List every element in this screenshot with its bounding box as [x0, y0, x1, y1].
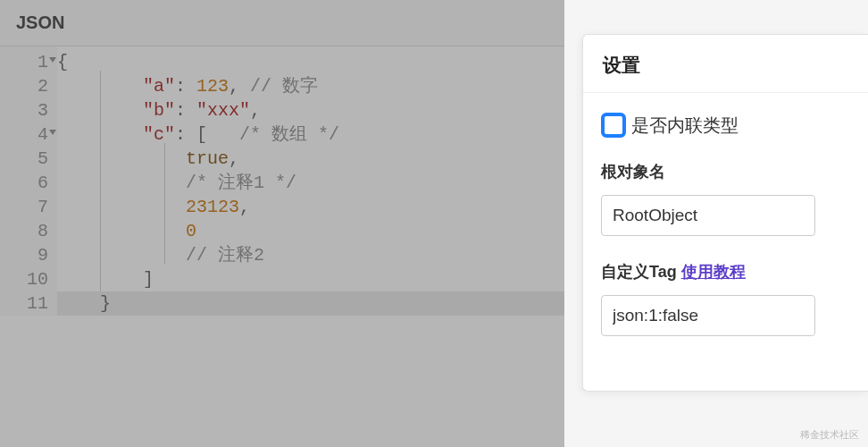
code-line[interactable]: "b": "xxx", — [57, 98, 564, 122]
line-number: 10 — [0, 267, 48, 291]
code-line[interactable]: "c": [ /* 数组 */ — [57, 122, 564, 147]
editor-pane: JSON 1234567891011 { "a": 123, // 数字 "b"… — [0, 0, 564, 447]
token-comment: // 数字 — [250, 76, 318, 97]
token-ws — [57, 293, 100, 314]
inline-type-label: 是否内联类型 — [631, 114, 739, 138]
line-number: 4 — [0, 122, 48, 147]
token-brace: [ — [196, 124, 207, 145]
code-line[interactable]: { — [57, 50, 564, 74]
token-num: 123 — [196, 76, 229, 97]
token-brace: ] — [143, 269, 154, 290]
token-ws — [57, 221, 186, 241]
code-line[interactable]: 0 — [57, 219, 564, 243]
token-num: 23123 — [186, 197, 239, 217]
code-area[interactable]: 1234567891011 { "a": 123, // 数字 "b": "xx… — [0, 46, 564, 316]
token-brace: { — [57, 52, 68, 72]
tutorial-link[interactable]: 使用教程 — [681, 263, 746, 281]
token-ws — [57, 100, 143, 121]
custom-tag-input[interactable] — [601, 295, 815, 336]
token-punc: , — [229, 148, 239, 169]
settings-title: 设置 — [603, 53, 848, 78]
line-number: 11 — [0, 291, 48, 316]
line-number: 3 — [0, 98, 48, 122]
token-str: "xxx" — [196, 100, 250, 121]
tag-label-prefix: 自定义Tag — [601, 263, 681, 281]
token-ws — [57, 173, 186, 193]
token-punc: , — [229, 76, 250, 97]
token-key: "b" — [143, 100, 175, 121]
settings-header: 设置 — [583, 35, 868, 93]
root-name-input[interactable] — [601, 195, 815, 236]
token-comment: /* 数组 */ — [239, 124, 339, 145]
watermark: 稀金技术社区 — [800, 428, 859, 442]
token-ws — [57, 76, 143, 97]
token-ws — [57, 124, 143, 145]
code-line[interactable]: ] — [57, 267, 564, 291]
line-number: 7 — [0, 195, 48, 219]
settings-body: 是否内联类型 根对象名 自定义Tag 使用教程 — [583, 93, 868, 356]
line-number: 9 — [0, 243, 48, 267]
editor-title: JSON — [16, 13, 64, 33]
token-brace: } — [100, 293, 111, 314]
code-line[interactable]: // 注释2 — [57, 243, 564, 267]
token-punc: : — [175, 100, 196, 121]
token-ws — [57, 269, 143, 290]
root-name-label: 根对象名 — [601, 161, 850, 182]
custom-tag-label: 自定义Tag 使用教程 — [601, 261, 850, 283]
code-content[interactable]: { "a": 123, // 数字 "b": "xxx", "c": [ /* … — [57, 46, 564, 316]
token-ws — [57, 197, 186, 217]
token-comment: /* 注释1 */ — [186, 173, 296, 193]
line-number: 8 — [0, 219, 48, 243]
token-comment: // 注释2 — [186, 245, 264, 266]
line-number: 2 — [0, 74, 48, 98]
fold-marker-icon[interactable] — [49, 130, 56, 135]
token-ws — [57, 148, 186, 169]
code-line[interactable]: /* 注释1 */ — [57, 171, 564, 195]
line-number-gutter: 1234567891011 — [0, 46, 57, 316]
code-line[interactable]: "a": 123, // 数字 — [57, 74, 564, 98]
settings-panel: 设置 是否内联类型 根对象名 自定义Tag 使用教程 — [582, 34, 868, 392]
line-number: 5 — [0, 147, 48, 171]
token-punc: , — [250, 100, 261, 121]
token-punc: : — [175, 124, 196, 145]
line-number: 6 — [0, 171, 48, 195]
fold-marker-icon[interactable] — [49, 57, 56, 63]
inline-type-checkbox-row[interactable]: 是否内联类型 — [601, 113, 850, 138]
token-num: 0 — [186, 221, 196, 241]
token-ws — [207, 124, 239, 145]
token-punc: , — [239, 197, 250, 217]
line-number: 1 — [0, 50, 48, 74]
token-ws — [57, 245, 186, 266]
token-key: "c" — [143, 124, 175, 145]
token-key: "a" — [143, 76, 175, 97]
code-line[interactable]: true, — [57, 147, 564, 171]
token-bool: true — [186, 148, 229, 169]
code-line[interactable]: 23123, — [57, 195, 564, 219]
editor-header: JSON — [0, 0, 564, 46]
code-line[interactable]: } — [57, 291, 564, 316]
token-punc: : — [175, 76, 196, 97]
checkbox-icon[interactable] — [601, 113, 626, 138]
